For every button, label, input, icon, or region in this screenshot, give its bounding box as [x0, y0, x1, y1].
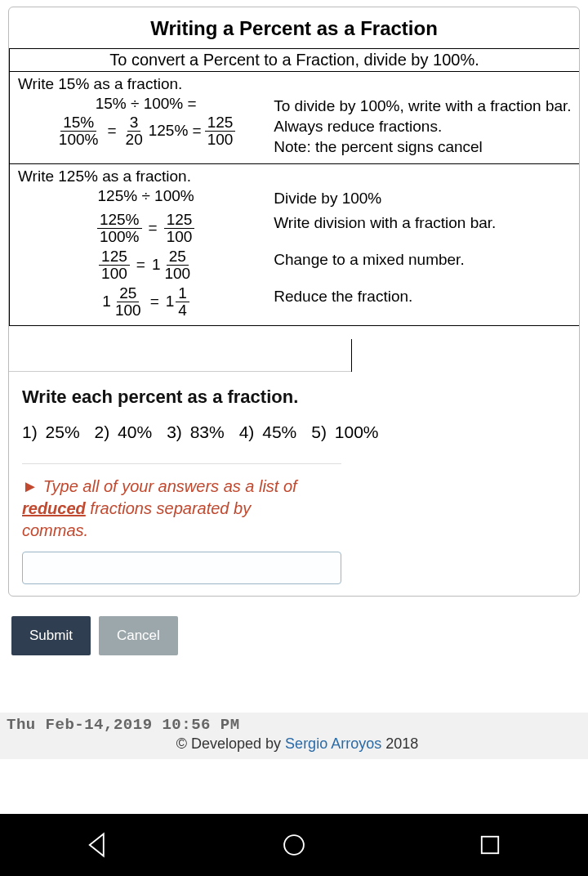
- problems-row: 1) 25% 2) 40% 3) 83% 4) 45% 5) 100%: [22, 422, 566, 442]
- ex1-line1: 15% ÷ 100% =: [18, 95, 274, 113]
- divider: [9, 339, 579, 372]
- ex1-note2: Always reduce fractions.: [274, 118, 574, 136]
- rule: [22, 463, 341, 464]
- ex2-line3: 125100 = 125100: [18, 248, 274, 282]
- arrow-icon: ►: [22, 477, 38, 495]
- back-icon[interactable]: [84, 831, 112, 859]
- ex2-note3: Change to a mixed number.: [274, 251, 574, 269]
- ex2-note4: Reduce the fraction.: [274, 288, 574, 306]
- ex1-note3: Note: the percent signs cancel: [274, 138, 574, 156]
- problem-1: 1) 25%: [22, 422, 80, 442]
- example-2: Write 125% as a fraction. 125% ÷ 100% Di…: [10, 164, 579, 325]
- answer-input[interactable]: [22, 552, 341, 584]
- ex1-prompt: Write 15% as a fraction.: [18, 75, 574, 93]
- example-1: Write 15% as a fraction. 15% ÷ 100% = 15…: [10, 72, 579, 164]
- question-card: Writing a Percent as a Fraction To conve…: [8, 7, 580, 597]
- android-navbar: [0, 814, 588, 876]
- problem-4: 4) 45%: [239, 422, 297, 442]
- svg-point-0: [284, 835, 304, 855]
- ex2-line2: 125%100% = 125100: [18, 212, 274, 245]
- author-link[interactable]: Sergio Arroyos: [285, 735, 381, 752]
- problem-5: 5) 100%: [311, 422, 378, 442]
- problem-3: 3) 83%: [167, 422, 225, 442]
- recent-icon[interactable]: [476, 831, 504, 859]
- exercise-section: Write each percent as a fraction. 1) 25%…: [9, 372, 579, 442]
- ex2-line4: 125100 = 114: [18, 285, 274, 319]
- ex1-line2: 15%100% = 320 125% = 125100: [18, 114, 274, 148]
- cancel-button[interactable]: Cancel: [99, 616, 178, 655]
- lesson-frame: To convert a Percent to a Fraction, divi…: [9, 48, 579, 326]
- button-row: Submit Cancel: [11, 616, 588, 655]
- ex2-note2: Write division with a fraction bar.: [274, 214, 574, 232]
- page-title: Writing a Percent as a Fraction: [9, 7, 579, 45]
- ex2-note1: Divide by 100%: [274, 190, 574, 208]
- lesson-rule: To convert a Percent to a Fraction, divi…: [10, 49, 579, 72]
- exercise-heading: Write each percent as a fraction.: [22, 387, 566, 408]
- status-strip: Thu Feb-14,2019 10:56 PM © Developed by …: [0, 713, 588, 759]
- ex2-prompt: Write 125% as a fraction.: [18, 168, 574, 185]
- developer-line: © Developed by Sergio Arroyos 2018: [7, 734, 588, 756]
- ex1-note1: To divide by 100%, write with a fraction…: [274, 97, 574, 115]
- problem-2: 2) 40%: [95, 422, 153, 442]
- submit-button[interactable]: Submit: [11, 616, 91, 655]
- home-icon[interactable]: [280, 831, 308, 859]
- answer-hint: ►Type all of your answers as a list of r…: [9, 476, 328, 550]
- ex2-line1: 125% ÷ 100%: [18, 187, 274, 205]
- svg-rect-1: [482, 837, 498, 853]
- timestamp: Thu Feb-14,2019 10:56 PM: [7, 716, 588, 734]
